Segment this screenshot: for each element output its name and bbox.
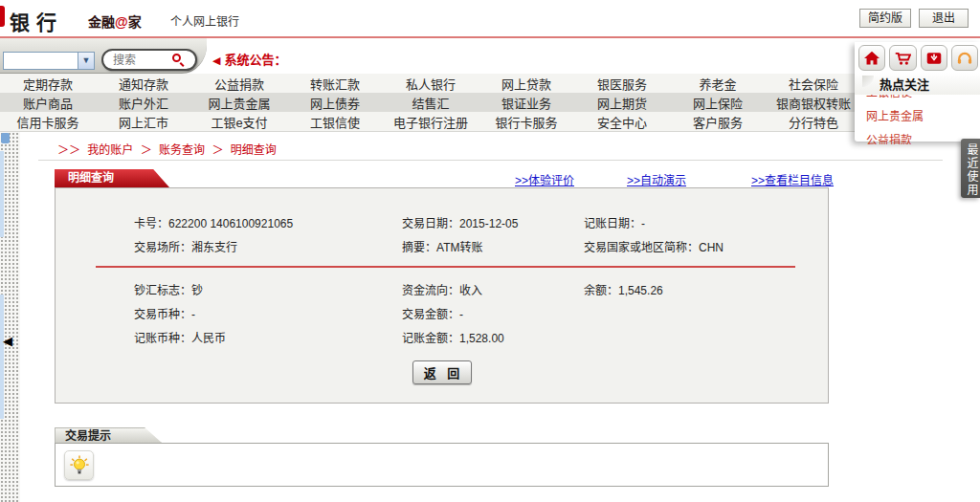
transaction-amount-field: 交易金额：- — [402, 305, 584, 321]
menu-item[interactable]: 网上汇市 — [96, 113, 191, 131]
breadcrumb-item-detail-query[interactable]: 明细查询 — [231, 143, 277, 157]
transaction-currency-value: - — [191, 308, 195, 321]
summary-field: 摘要：ATM转账 — [402, 238, 584, 254]
booking-amount-value: 1,528.00 — [459, 332, 504, 345]
detail-query-panel: 卡号：622200 1406100921065 交易日期：2015-12-05 … — [55, 187, 829, 404]
cart-icon — [894, 51, 911, 66]
menu-item[interactable]: 分行特色 — [766, 113, 861, 131]
menu-item[interactable]: 私人银行 — [383, 75, 479, 93]
transaction-place-value: 湘东支行 — [191, 241, 237, 254]
field-row: 交易币种：- 交易金额：- — [134, 301, 828, 325]
simple-version-button[interactable]: 简约版 — [859, 9, 911, 28]
cart-button[interactable] — [889, 45, 916, 71]
menu-item[interactable]: 养老金 — [670, 75, 766, 93]
menu-item[interactable]: 电子银行注册 — [383, 113, 479, 131]
menu-item[interactable]: 银证业务 — [479, 94, 574, 112]
search-icon[interactable] — [172, 54, 186, 67]
booking-date-value: - — [641, 217, 645, 230]
field-row: 记账币种：人民币 记账金额：1,528.00 — [134, 325, 828, 349]
cash-remit-flag-field: 钞汇标志：钞 — [134, 281, 402, 297]
breadcrumb: ＞＞ 我的账户 ＞ 账务查询 ＞ 明细查询 — [57, 141, 280, 157]
menu-item[interactable]: 定期存款 — [0, 75, 96, 93]
menu-item[interactable]: 银商银权转账 — [766, 94, 861, 112]
menu-item[interactable]: 网上保险 — [670, 94, 766, 112]
breadcrumb-divider — [38, 160, 943, 161]
hot-topics-list: 工银信使 网上贵金属 公益捐款 — [855, 95, 980, 144]
rail-widget-icon — [1, 133, 10, 143]
site-subtitle: 个人网上银行 — [170, 12, 239, 29]
menu-item[interactable]: 结售汇 — [383, 94, 479, 112]
menu-item[interactable]: 转账汇款 — [287, 75, 383, 93]
menu-item[interactable]: 社会保险 — [766, 75, 861, 93]
menu-item[interactable]: 网上贵金属 — [191, 94, 287, 112]
menu-item[interactable]: 网上债券 — [287, 94, 383, 112]
menu-item[interactable]: 账户外汇 — [96, 94, 191, 112]
search-input[interactable] — [113, 54, 172, 67]
headset-icon — [956, 51, 973, 66]
booking-currency-value: 人民币 — [191, 332, 226, 345]
cash-remit-flag-value: 钞 — [191, 284, 203, 297]
menu-item[interactable]: 网上期货 — [574, 94, 670, 112]
sidebar-collapse-rail[interactable]: ◀ — [0, 132, 20, 502]
fund-flow-value: 收入 — [459, 284, 482, 297]
card-number-value: 622200 1406100921065 — [168, 217, 293, 230]
logout-button[interactable]: 退出 — [919, 9, 969, 28]
country-value: CHN — [699, 241, 724, 254]
booking-date-field: 记账日期：- — [584, 214, 828, 230]
menu-item[interactable]: 安全中心 — [574, 113, 670, 131]
hot-topics-title: 热点关注 — [855, 73, 980, 95]
menu-item[interactable]: 网上贷款 — [479, 75, 574, 93]
announcement-label: 系统公告： — [224, 53, 286, 67]
menu-item[interactable]: 工银信使 — [287, 113, 383, 131]
brand-at-symbol: @ — [115, 14, 128, 30]
search-pill[interactable] — [101, 49, 197, 71]
recently-used-tab[interactable]: 最近使用 — [961, 139, 980, 198]
bank-logo-text: 银行 — [10, 7, 63, 35]
menu-row: 定期存款 通知存款 公益捐款 转账汇款 私人银行 网上贷款 银医服务 养老金 社… — [0, 74, 861, 93]
auto-demo-link[interactable]: >>自动演示 — [627, 171, 686, 187]
inbox-icon — [925, 51, 943, 66]
menu-item[interactable]: 银行卡服务 — [479, 113, 574, 131]
chevron-down-icon: ▼ — [78, 53, 94, 69]
breadcrumb-separator: ＞ — [212, 143, 223, 157]
menu-item[interactable]: 客户服务 — [670, 113, 766, 131]
fund-flow-field: 资金流向：收入 — [402, 281, 584, 297]
breadcrumb-prefix: ＞＞ — [57, 143, 80, 157]
menu-item[interactable]: 银医服务 — [574, 75, 670, 93]
rail-accent — [0, 295, 4, 419]
balance-value: 1,545.26 — [618, 284, 663, 297]
hot-topic-link[interactable]: 工银信使 — [855, 95, 980, 105]
transaction-place-field: 交易场所：湘东支行 — [134, 238, 402, 254]
home-icon — [863, 51, 880, 66]
collapse-arrow-icon[interactable]: ◀ — [3, 335, 12, 347]
transaction-date-value: 2015-12-05 — [459, 217, 518, 230]
messages-button[interactable] — [921, 45, 947, 71]
menu-item[interactable]: 公益捐款 — [191, 75, 287, 93]
menu-row: 信用卡服务 网上汇市 工银e支付 工银信使 电子银行注册 银行卡服务 安全中心 … — [0, 112, 861, 131]
breadcrumb-separator: ＞ — [141, 143, 152, 157]
back-button[interactable]: 返 回 — [412, 360, 472, 384]
bank-logo-icon — [0, 6, 5, 27]
menu-item[interactable]: 通知存款 — [96, 75, 191, 93]
hot-topics-widget: 热点关注 工银信使 网上贵金属 公益捐款 — [855, 42, 980, 142]
country-field: 交易国家或地区简称：CHN — [584, 238, 828, 254]
top-header: 银行 金融@家 个人网上银行 简约版 退出 — [0, 0, 980, 36]
customer-service-button[interactable] — [951, 45, 978, 71]
announcement-speaker-icon: ◀ — [212, 55, 220, 66]
menu-item[interactable]: 工银e支付 — [191, 113, 287, 131]
view-column-info-link[interactable]: >>查看栏目信息 — [751, 171, 834, 187]
breadcrumb-item-my-account[interactable]: 我的账户 — [87, 143, 133, 157]
breadcrumb-item-account-query[interactable]: 账务查询 — [159, 143, 205, 157]
category-select[interactable]: ▼ — [3, 52, 95, 70]
experience-rating-link[interactable]: >>体验评价 — [515, 171, 574, 187]
menu-item[interactable]: 账户商品 — [0, 94, 96, 112]
card-number-field: 卡号：622200 1406100921065 — [134, 214, 402, 230]
category-select-value — [4, 53, 78, 69]
lightbulb-icon — [69, 455, 90, 476]
menu-item[interactable]: 信用卡服务 — [0, 113, 96, 131]
transaction-currency-field: 交易币种：- — [134, 305, 402, 321]
detail-query-tab: 明细查询 — [55, 169, 169, 187]
hot-topic-link[interactable]: 网上贵金属 — [855, 105, 980, 129]
booking-amount-field: 记账金额：1,528.00 — [402, 329, 584, 345]
home-button[interactable] — [858, 45, 885, 71]
